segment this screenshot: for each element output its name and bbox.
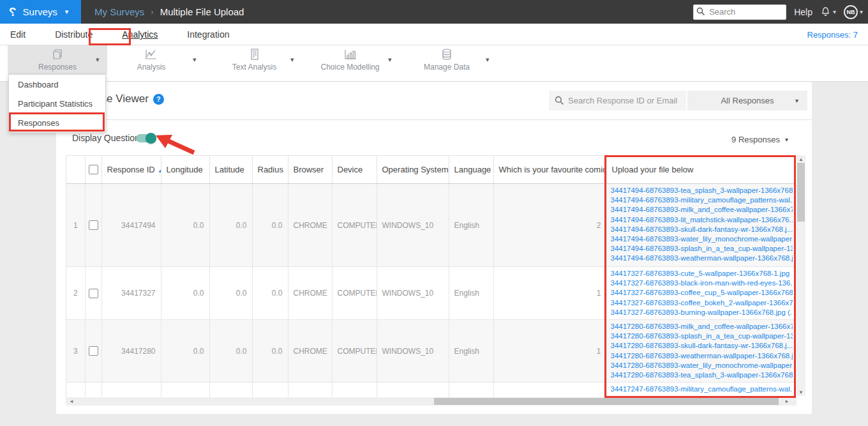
browser-cell: CHROME	[288, 320, 332, 383]
file-link[interactable]: 34417280-68763893-splash_in_a_tea_cup-wa…	[611, 331, 793, 341]
product-switcher[interactable]: ? Surveys ▾	[0, 0, 81, 24]
file-link[interactable]: 34417280-68763893-tea_splash_3-wallpaper…	[611, 370, 793, 380]
file-link[interactable]: 34417327-68763893-burning-wallpaper-1366…	[611, 308, 793, 317]
choice-modelling-dropdown-caret[interactable]: ▾	[388, 56, 392, 64]
menu-item-participant-statistics[interactable]: Participant Statistics	[9, 94, 105, 113]
toolbar-analysis[interactable]: Analysis	[113, 45, 190, 74]
file-link[interactable]: 34417494-68763893-lit_matchstick-wallpap…	[611, 215, 793, 225]
horizontal-scrollbar[interactable]: ◂ ▸	[66, 397, 797, 406]
radius-cell: 0.0	[252, 184, 288, 267]
col-latitude[interactable]: Latitude	[209, 156, 252, 184]
os-cell	[377, 383, 449, 397]
col-language[interactable]: Language	[449, 156, 493, 184]
menu-item-dashboard[interactable]: Dashboard	[9, 75, 105, 94]
help-link[interactable]: Help	[794, 7, 812, 17]
toolbar-text-analysis[interactable]: Text Analysis	[214, 45, 294, 74]
file-link[interactable]: 34417247-68763893-military_camouflage_pa…	[611, 384, 793, 394]
uploaded-files-cell: 34417494-68763893-tea_splash_3-wallpaper…	[606, 184, 796, 267]
file-link[interactable]: 34417494-68763893-splash_in_a_tea_cup-wa…	[611, 244, 793, 254]
menu-item-responses[interactable]: Responses	[9, 113, 105, 132]
col-upload-file[interactable]: Upload your file below	[606, 156, 796, 184]
file-link[interactable]: 34417494-68763893-milk_and_coffee-wallpa…	[611, 205, 793, 215]
tab-integration[interactable]: Integration	[187, 29, 229, 40]
uploaded-files-cell: 34417247-68763893-military_camouflage_pa…	[606, 383, 796, 397]
vertical-scrollbar[interactable]: ▴ ▾	[797, 155, 805, 396]
file-link[interactable]: 34417280-68763893-weatherman-wallpaper-1…	[611, 351, 793, 361]
file-link[interactable]: 34417280-68763893-milk_and_coffee-wallpa…	[611, 322, 793, 331]
responses-dropdown-caret[interactable]: ▾	[96, 56, 100, 64]
file-link[interactable]: 34417327-68763893-cute_5-wallpaper-1366x…	[611, 269, 793, 278]
file-link[interactable]: 34417280-68763893-skull-dark-fantasy-wr-…	[611, 341, 793, 351]
table-row: 1344174940.00.00.0CHROMECOMPUTERWINDOWS_…	[66, 184, 796, 267]
col-device[interactable]: Device	[332, 156, 377, 184]
tab-analytics[interactable]: Analytics	[122, 29, 158, 40]
responses-count-badge[interactable]: Responses: 7	[807, 24, 858, 45]
col-browser[interactable]: Browser	[288, 156, 332, 184]
os-cell: WINDOWS_10	[377, 184, 449, 267]
col-radius[interactable]: Radius	[252, 156, 288, 184]
response-id-cell[interactable]: 34417327	[101, 267, 161, 320]
file-link[interactable]: 34417494-68763893-military_camouflage_pa…	[611, 195, 793, 205]
file-link[interactable]: 34417327-68763893-coffee_cup_5-wallpaper…	[611, 288, 793, 298]
toolbar-choice-modelling[interactable]: Choice Modelling	[310, 45, 390, 74]
tab-distribute[interactable]: Distribute	[55, 29, 93, 40]
longitude-cell	[161, 383, 209, 397]
notifications-menu[interactable]: ▾	[820, 6, 836, 18]
scroll-up-icon[interactable]: ▴	[797, 156, 805, 162]
responses-icon	[51, 48, 64, 61]
col-longitude[interactable]: Longitude	[161, 156, 209, 184]
analytics-toolbar: Responses ▾ Analysis ▾ Text Analysis ▾ C…	[0, 45, 868, 82]
select-all-checkbox[interactable]	[89, 165, 98, 174]
longitude-cell: 0.0	[161, 184, 209, 267]
scroll-left-icon[interactable]: ◂	[67, 398, 76, 404]
global-search-input[interactable]	[693, 4, 786, 20]
radius-cell	[252, 383, 288, 397]
toolbar-manage-data[interactable]: Manage Data	[408, 45, 485, 74]
response-id-cell[interactable]: 34417494	[101, 184, 161, 267]
file-link[interactable]: 34417280-68763893-water_lily_monochrome-…	[611, 361, 793, 370]
scroll-down-icon[interactable]: ▾	[797, 389, 805, 395]
horizontal-scrollbar-thumb[interactable]	[434, 398, 779, 405]
col-response-id[interactable]: Response ID▴	[101, 156, 161, 184]
row-checkbox[interactable]	[89, 220, 98, 230]
help-question-icon[interactable]: ?	[153, 94, 164, 105]
scroll-right-icon[interactable]: ▸	[782, 398, 791, 404]
row-checkbox[interactable]	[89, 346, 98, 356]
browser-cell: CHROME	[288, 184, 332, 267]
col-operating-system[interactable]: Operating System	[377, 156, 449, 184]
col-rownum	[66, 156, 85, 184]
comics-answer-cell: 2	[493, 184, 606, 267]
top-navbar: ? Surveys ▾ My Surveys › Multiple File U…	[0, 0, 868, 24]
manage-data-dropdown-caret[interactable]: ▾	[486, 56, 490, 64]
vertical-scrollbar-thumb[interactable]	[797, 163, 805, 222]
breadcrumb: My Surveys › Multiple File Upload	[94, 0, 244, 24]
row-checkbox-cell	[85, 383, 101, 397]
file-link[interactable]: 34417327-68763893-black-iron-man-with-re…	[611, 278, 793, 288]
responses-count-dropdown[interactable]: 9 Responses ▾	[731, 135, 788, 144]
file-link[interactable]: 34417327-68763893-coffee_bokeh_2-wallpap…	[611, 298, 793, 308]
analysis-dropdown-caret[interactable]: ▾	[193, 56, 197, 64]
file-link[interactable]: 34417494-68763893-skull-dark-fantasy-wr-…	[611, 225, 793, 234]
col-favourite-comics[interactable]: Which is your favourite comics?	[493, 156, 606, 184]
response-search-input[interactable]	[549, 91, 686, 110]
row-checkbox[interactable]	[89, 289, 98, 298]
chevron-down-icon: ▾	[65, 8, 69, 16]
tab-edit[interactable]: Edit	[10, 29, 26, 40]
longitude-cell: 0.0	[161, 267, 209, 320]
file-link[interactable]: 34417494-68763893-tea_splash_3-wallpaper…	[611, 186, 793, 195]
search-icon	[696, 7, 705, 16]
uploaded-files-cell: 34417280-68763893-milk_and_coffee-wallpa…	[606, 320, 796, 383]
toolbar-responses[interactable]: Responses	[8, 45, 107, 74]
response-id-cell[interactable]: 34417280	[101, 320, 161, 383]
response-id-cell[interactable]	[101, 383, 161, 397]
browser-cell	[288, 383, 332, 397]
table-row: 3344172800.00.00.0CHROMECOMPUTERWINDOWS_…	[66, 320, 796, 383]
text-analysis-dropdown-caret[interactable]: ▾	[290, 56, 294, 64]
response-filter-select[interactable]: All Responses ▾	[687, 91, 807, 110]
file-link[interactable]: 34417494-68763893-water_lily_monochrome-…	[611, 234, 793, 244]
breadcrumb-my-surveys[interactable]: My Surveys	[94, 6, 144, 17]
file-link[interactable]: 34417494-68763893-weatherman-wallpaper-1…	[611, 254, 793, 263]
display-questions-toggle[interactable]	[136, 134, 155, 142]
sort-asc-icon: ▴	[159, 167, 161, 174]
account-menu[interactable]: NB ▾	[844, 5, 863, 19]
